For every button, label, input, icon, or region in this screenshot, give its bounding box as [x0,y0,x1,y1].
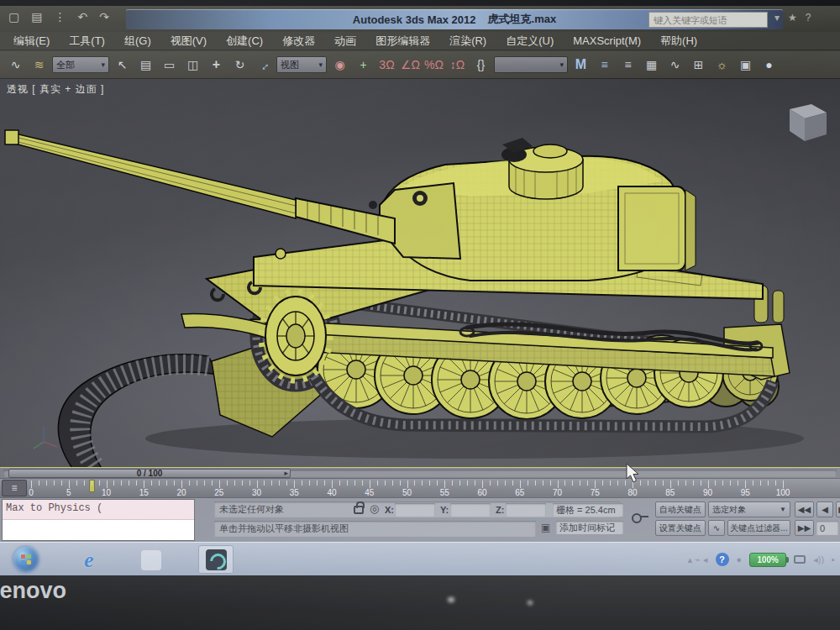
align-icon[interactable]: ≡ [594,55,615,76]
new-key-curve-icon[interactable]: ∿ [708,520,725,536]
menu-item-7[interactable]: 图形编辑器 [375,34,430,49]
z-coordinate-field[interactable] [506,503,546,517]
set-key-button[interactable]: 设置关键点 [655,520,706,536]
track-bar[interactable]: ≡ 05101520253035404550556065707580859095… [0,478,840,497]
ruler-tick-label: 0 [29,488,34,497]
render-production-icon[interactable]: ● [759,55,780,76]
menu-item-11[interactable]: 帮助(H) [660,34,697,49]
angle-snap-icon[interactable]: ∠Ω [400,55,421,76]
auto-key-button[interactable]: 自动关键点 [655,501,706,517]
snaps-toggle-icon[interactable]: 3Ω [376,55,397,76]
menu-item-9[interactable]: 自定义(U) [506,34,554,49]
render-setup-icon[interactable]: ☼ [711,55,732,76]
mini-curve-editor-button[interactable]: ≡ [2,480,27,496]
start-button[interactable] [13,547,39,572]
x-coordinate-field[interactable] [395,503,435,517]
rendered-frame-icon[interactable]: ▣ [735,55,756,76]
undo-icon[interactable]: ↶ [77,10,87,24]
save-file-icon[interactable]: ⋮ [54,10,66,24]
spinner-snap-icon[interactable]: ↕Ω [447,55,468,76]
new-scene-icon[interactable]: ▢ [8,10,19,24]
viewport-label[interactable]: 透视 [ 真实 + 边面 ] [7,82,104,97]
curve-editor-icon[interactable]: ∿ [664,55,685,76]
menu-item-2[interactable]: 组(G) [124,34,151,49]
select-rotate-icon[interactable]: ↻ [229,55,250,76]
mirror-icon[interactable]: M [570,55,591,76]
y-coordinate-field[interactable] [450,503,491,517]
percent-snap-icon[interactable]: %Ω [423,55,444,76]
redo-icon[interactable]: ↷ [99,10,109,24]
select-object-icon[interactable]: ↖ [112,55,133,76]
reference-coordinate-dropdown[interactable]: 视图▾ [276,56,327,73]
tray-help-badge[interactable]: ? [716,553,729,566]
edit-named-selections-icon[interactable]: {} [470,55,491,76]
menu-item-6[interactable]: 动画 [334,34,356,49]
menu-item-5[interactable]: 修改器 [282,34,315,49]
selection-filter-dropdown[interactable]: 全部▾ [52,56,109,73]
communication-center-icon[interactable]: ▾ [774,12,780,24]
selection-set-dropdown[interactable]: 选定对象 ▼ [708,501,790,517]
select-and-link-icon[interactable]: ∿ [5,55,26,76]
schematic-view-icon[interactable]: ⊞ [688,55,709,76]
add-time-tag-field[interactable]: 添加时间标记 [556,521,623,534]
go-to-start-button[interactable]: ◀◀ [795,501,814,517]
favorites-star-icon[interactable]: ★ [788,12,797,24]
viewcube[interactable] [790,104,827,141]
status-bar: Max to Physics ( 未选定任何对象 单击并拖动以平移非摄影机视图 … [0,497,840,542]
ruler-tick-label: 100 [776,488,790,497]
menu-item-3[interactable]: 视图(V) [171,34,207,49]
ruler-tick [505,480,506,486]
battery-indicator[interactable]: 100% [749,553,786,567]
use-pivot-center-icon[interactable]: ◉ [329,55,350,76]
windows-taskbar: e ▴ ⌁ ◂ ? ● 100% ◂)) ▪ [0,542,840,575]
tray-clock-area[interactable]: ▪ [832,554,835,564]
time-slider-track[interactable]: 0 / 100 ▸ [0,467,840,478]
ruler-tick [242,480,243,486]
go-to-end-button[interactable]: ▶▶ [795,520,814,536]
ruler-tick [174,480,175,486]
time-slider-advance-icon[interactable]: ▸ [284,469,288,477]
taskbar-3dsmax-button[interactable] [198,545,234,574]
tank-far-track [58,354,218,467]
set-keys-icon[interactable] [632,515,645,520]
infocenter-search-input[interactable] [648,12,768,28]
unlink-selection-icon[interactable]: ≋ [29,55,50,76]
ruler-tick-label: 5 [66,488,71,497]
menu-item-8[interactable]: 渲染(R) [449,34,486,49]
menu-item-4[interactable]: 创建(C) [226,34,263,49]
menu-item-10[interactable]: MAXScript(M) [573,34,641,47]
rectangular-selection-icon[interactable]: ▭ [159,55,180,76]
select-manipulate-icon[interactable]: + [353,55,374,76]
menu-item-0[interactable]: 编辑(E) [13,34,50,49]
time-slider-handle[interactable]: 0 / 100 ▸ [8,469,291,478]
tray-icon-group[interactable]: ▴ ⌁ ◂ [688,554,708,565]
selection-lock-icon[interactable] [354,506,364,514]
key-filters-button[interactable]: 关键点过滤器... [727,520,790,536]
tray-network-icon[interactable]: ⌁ [695,554,703,564]
play-button[interactable]: ▶ [836,501,840,517]
layer-manager-icon[interactable]: ≡ [617,55,638,76]
help-icon[interactable]: ? [806,12,811,24]
tray-volume-icon[interactable]: ◂ [703,554,708,564]
ruler-tick [286,480,287,486]
internet-explorer-icon[interactable]: e [84,548,94,573]
maxscript-mini-listener[interactable]: Max to Physics ( [2,499,195,541]
ruler-tick [84,480,85,486]
select-scale-icon[interactable]: ↔ [249,50,278,79]
ruler-tick [347,480,348,486]
graphite-ribbon-icon[interactable]: ▦ [641,55,662,76]
ruler-tick [377,480,378,486]
previous-frame-button[interactable]: ◀ [816,501,833,517]
tray-update-icon[interactable]: ● [737,554,743,564]
current-frame-field[interactable]: 0 [816,521,838,535]
select-move-icon[interactable]: + [206,55,227,76]
named-selection-dropdown[interactable]: ▾ [494,56,568,73]
tray-volume-icon[interactable]: ◂)) [813,554,824,565]
absolute-mode-icon[interactable]: ◎ [370,502,379,515]
perspective-viewport[interactable]: 透视 [ 真实 + 边面 ] [0,79,840,467]
window-crossing-icon[interactable]: ◫ [182,55,203,76]
select-by-name-icon[interactable]: ▤ [135,55,156,76]
pinned-app-icon[interactable] [141,550,161,570]
open-file-icon[interactable]: ▤ [31,10,42,24]
menu-item-1[interactable]: 工具(T) [69,34,105,49]
